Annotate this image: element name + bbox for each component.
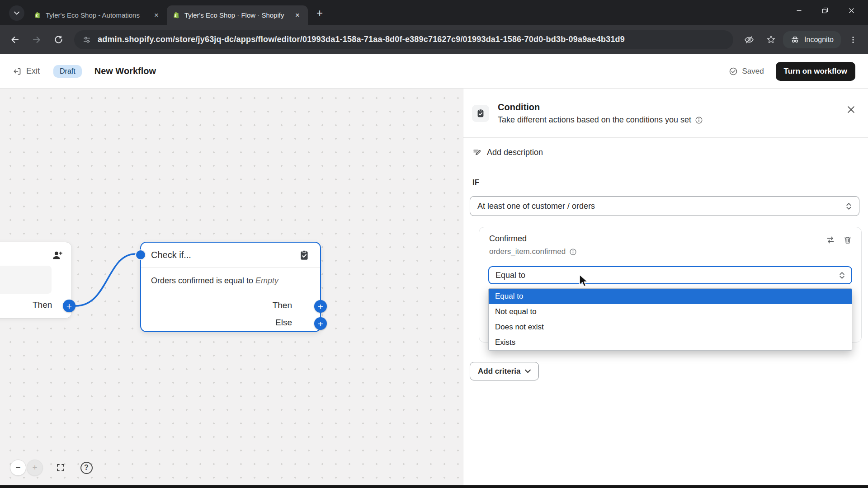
chevron-down-icon	[14, 11, 19, 15]
select-stepper-icon	[846, 202, 852, 210]
condition-panel-icon	[472, 105, 489, 122]
new-tab-button[interactable]: +	[311, 5, 328, 21]
tab-close-icon[interactable]: ×	[151, 10, 161, 20]
url-bar[interactable]: admin.shopify.com/store/jy63jq-dc/apps/f…	[74, 30, 733, 49]
person-add-icon	[52, 249, 63, 261]
kebab-menu-icon	[849, 36, 857, 44]
back-arrow-icon	[10, 35, 20, 45]
topbar-actions: Saved Turn on workflow	[729, 62, 855, 81]
zoom-out-button[interactable]: −	[10, 460, 26, 476]
clipboard-check-icon	[298, 249, 310, 261]
window-controls	[786, 0, 864, 21]
node-input-port	[136, 250, 145, 259]
tab-title: Tyler's Eco Shop · Flow · Shopify	[184, 11, 288, 19]
delete-criteria-button[interactable]	[843, 235, 852, 244]
minimize-icon	[796, 8, 802, 14]
bookmark-button[interactable]	[761, 30, 780, 49]
browser-tab-strip: Tyler's Eco Shop - Automations × Tyler's…	[0, 0, 868, 25]
site-settings-icon	[82, 35, 91, 44]
operator-option[interactable]: Does not exist	[489, 319, 852, 335]
condition-node[interactable]: Check if... Orders confirmed is equal to…	[140, 242, 321, 332]
condition-node-title: Check if...	[151, 250, 191, 260]
tab-close-icon[interactable]: ×	[292, 10, 302, 20]
select-stepper-icon	[839, 272, 845, 279]
exit-label: Exit	[26, 66, 40, 76]
incognito-badge[interactable]: Incognito	[783, 31, 841, 48]
browser-menu-button[interactable]	[844, 30, 863, 49]
trigger-summary-box	[0, 266, 52, 294]
info-icon[interactable]	[569, 248, 577, 256]
operator-option[interactable]: Exists	[489, 335, 852, 350]
info-icon[interactable]	[695, 116, 703, 124]
operator-dropdown: Equal to Not equal to Does not exist Exi…	[488, 288, 852, 351]
help-button[interactable]: ?	[78, 460, 94, 476]
add-criteria-button[interactable]: Add criteria	[470, 362, 539, 380]
add-criteria-label: Add criteria	[478, 367, 520, 376]
fit-view-button[interactable]	[52, 460, 69, 476]
forward-arrow-icon	[32, 35, 42, 45]
clipboard-check-icon	[476, 108, 486, 118]
replace-variable-button[interactable]	[826, 235, 835, 244]
restore-button[interactable]	[812, 0, 838, 21]
panel-subtitle: Take different actions based on the cond…	[498, 115, 703, 125]
forward-button[interactable]	[27, 30, 46, 49]
exit-icon	[13, 67, 22, 76]
tab-automations[interactable]: Tyler's Eco Shop - Automations ×	[28, 5, 167, 25]
taskbar-edge	[0, 485, 868, 488]
condition-node-summary: Orders confirmed is equal to Empty	[141, 268, 320, 286]
operator-option[interactable]: Equal to	[489, 289, 852, 304]
reload-button[interactable]	[49, 30, 68, 49]
browser-toolbar: admin.shopify.com/store/jy63jq-dc/apps/f…	[0, 25, 868, 54]
chevron-down-icon	[525, 369, 531, 373]
fit-screen-icon	[56, 463, 65, 472]
panel-close-button[interactable]	[844, 102, 858, 117]
exit-button[interactable]: Exit	[13, 66, 40, 76]
then-plus-button[interactable]: +	[314, 300, 327, 313]
saved-label: Saved	[742, 67, 764, 76]
tab-search-button[interactable]	[9, 5, 24, 21]
reload-icon	[54, 35, 63, 44]
summary-empty-value: Empty	[255, 276, 278, 285]
then-output-label: Then	[273, 300, 292, 310]
trash-icon	[843, 235, 852, 244]
check-circle-icon	[729, 67, 738, 76]
restore-icon	[822, 7, 828, 14]
else-output-label: Else	[275, 318, 292, 328]
saved-status: Saved	[729, 67, 764, 76]
back-button[interactable]	[5, 30, 24, 49]
panel-divider	[463, 137, 868, 138]
operator-select[interactable]: Equal to	[488, 266, 852, 284]
turn-on-workflow-button[interactable]: Turn on workflow	[776, 62, 855, 81]
panel-subtitle-text: Take different actions based on the cond…	[498, 115, 691, 125]
criteria-name: Confirmed	[489, 234, 527, 244]
incognito-icon	[790, 35, 800, 44]
minimize-button[interactable]	[786, 0, 812, 21]
trigger-then-label: Then	[33, 300, 52, 310]
tab-flow-editor[interactable]: Tyler's Eco Shop · Flow · Shopify ×	[167, 5, 308, 25]
close-icon	[847, 106, 855, 113]
summary-text: Orders confirmed is equal to	[151, 276, 255, 285]
flow-canvas[interactable]: Then + Check if... Orders confirmed is e…	[0, 89, 463, 485]
scope-select[interactable]: At least one of customer / orders	[470, 196, 859, 216]
condition-panel: Condition Take different actions based o…	[463, 89, 868, 485]
shopify-favicon-icon	[33, 11, 41, 19]
zoom-in-button[interactable]: +	[27, 460, 43, 476]
swap-arrows-icon	[826, 235, 835, 244]
operator-option[interactable]: Not equal to	[489, 304, 852, 319]
criteria-variable-text: orders_item.confirmed	[489, 247, 566, 256]
password-preview-button[interactable]	[740, 30, 759, 49]
incognito-label: Incognito	[804, 36, 834, 44]
flow-editor-topbar: Exit Draft New Workflow Saved Turn on wo…	[0, 54, 868, 89]
site-info-button[interactable]	[82, 35, 91, 44]
else-plus-button[interactable]: +	[314, 317, 327, 330]
trigger-then-plus-button[interactable]: +	[63, 300, 75, 312]
eye-off-icon	[744, 35, 754, 45]
star-icon	[766, 35, 776, 44]
add-description-button[interactable]: Add description	[472, 148, 543, 157]
shopify-favicon-icon	[172, 11, 180, 19]
operator-select-value: Equal to	[495, 271, 525, 280]
url-text[interactable]: admin.shopify.com/store/jy63jq-dc/apps/f…	[98, 35, 625, 44]
close-window-button[interactable]	[838, 0, 864, 21]
criteria-actions	[826, 235, 852, 244]
scope-select-value: At least one of customer / orders	[477, 202, 595, 211]
